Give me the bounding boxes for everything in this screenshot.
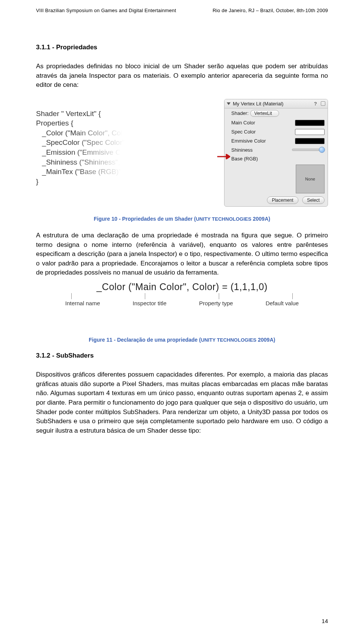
figure-10: Shader " VertexLit" { Properties { _Colo…	[36, 99, 328, 207]
figure-11: _Color ("Main Color", Color) = (1,1,1,0)…	[64, 281, 300, 306]
shader-label: Shader:	[231, 110, 249, 116]
shader-code: Shader " VertexLit" { Properties { _Colo…	[36, 99, 217, 206]
para-propriedades: As propriedades definidas no bloco inici…	[36, 62, 328, 90]
placement-button[interactable]: Placement	[267, 196, 298, 204]
color-swatch-spec[interactable]	[295, 129, 325, 135]
inspector-row-spec-color: Spec Color	[224, 127, 328, 137]
texture-thumb[interactable]: None	[296, 165, 325, 193]
para-subshaders: Dispositivos gráficos diferentes possuem…	[36, 370, 328, 435]
help-icon[interactable]: ?	[314, 101, 317, 107]
diagram-marks	[64, 293, 300, 299]
inspector-row-base: Base (RGB)	[224, 154, 328, 163]
page-header: VIII Brazilian Symposium on Games and Di…	[36, 8, 328, 13]
texture-slot[interactable]: None	[231, 165, 325, 193]
gear-icon[interactable]	[321, 101, 325, 106]
section-heading-propriedades: 3.1.1 - Propriedades	[36, 44, 328, 51]
page-number: 14	[322, 618, 328, 624]
inspector-panel: My Vertex Lit (Material) ? Shader: Verte…	[224, 99, 328, 207]
inspector-row-emissive-color: Emmisive Color	[224, 137, 328, 146]
diagram-labels: Internal name Inspector title Property t…	[64, 300, 300, 306]
label-property-type: Property type	[199, 300, 233, 306]
label-internal-name: Internal name	[65, 300, 100, 306]
color-swatch-emissive[interactable]	[295, 138, 325, 144]
figure-10-caption: Figure 10 - Propriedades de um Shader (U…	[36, 216, 328, 222]
section-heading-subshaders: 3.1.2 - SubShaders	[36, 352, 328, 359]
inspector-footer: Placement Select	[224, 195, 328, 206]
inspector-titlebar: My Vertex Lit (Material) ?	[224, 99, 328, 108]
arrow-icon	[217, 135, 230, 140]
select-button[interactable]: Select	[302, 196, 325, 204]
inspector-title: My Vertex Lit (Material)	[233, 101, 284, 107]
label-default-value: Default value	[265, 300, 299, 306]
shader-dropdown[interactable]: VertexLit	[250, 110, 279, 117]
header-right: Rio de Janeiro, RJ – Brazil, October, 8t…	[213, 8, 328, 13]
label-inspector-title: Inspector title	[133, 300, 166, 306]
inspector-row-shininess: Shininess	[224, 146, 328, 154]
inspector-row-shader: Shader: VertexLit	[224, 108, 328, 118]
shininess-slider[interactable]	[292, 149, 325, 151]
header-left: VIII Brazilian Symposium on Games and Di…	[36, 8, 176, 13]
disclosure-triangle-icon[interactable]	[227, 102, 231, 105]
figure-11-caption: Figure 11 - Declaração de uma propriedad…	[36, 337, 328, 343]
property-expression: _Color ("Main Color", Color) = (1,1,1,0)	[64, 281, 300, 292]
color-swatch-main[interactable]	[295, 120, 325, 126]
para-structure: A estrutura de uma declaração de uma pro…	[36, 231, 328, 278]
inspector-row-main-color: Main Color	[224, 118, 328, 127]
